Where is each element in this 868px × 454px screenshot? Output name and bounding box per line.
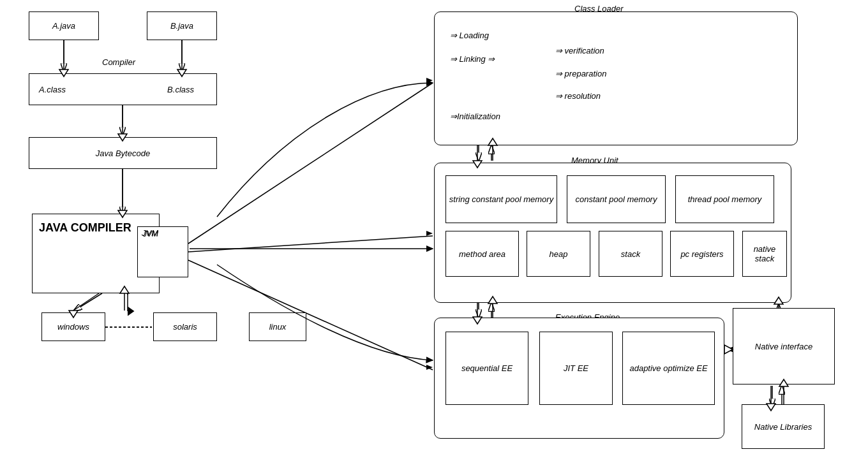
svg-line-11: [188, 260, 433, 370]
b-class-label: B.class: [167, 85, 194, 94]
b-java-label: B.java: [170, 21, 193, 31]
initialization-label: ⇒Initialization: [450, 112, 500, 121]
ab-class-box: A.class B.class: [29, 73, 217, 105]
java-compiler-label: JAVA COMPILER: [39, 221, 131, 235]
verification-label: ⇒ verification: [555, 46, 604, 55]
method-area-box: method area: [445, 231, 519, 277]
resolution-label: ⇒ resolution: [555, 91, 601, 101]
svg-line-55: [73, 293, 99, 311]
svg-marker-40: [724, 345, 733, 354]
svg-marker-13: [426, 231, 433, 236]
jit-ee-label: JIT EE: [564, 363, 588, 373]
compiler-label: Compiler: [102, 57, 135, 67]
thread-pool-label: thread pool memory: [688, 194, 762, 204]
windows-box: windows: [41, 312, 105, 341]
adaptive-ee-box: adaptive optimize EE: [622, 332, 715, 405]
native-libraries-box: Native Libraries: [742, 404, 825, 449]
solaris-label: solaris: [173, 322, 197, 332]
native-libraries-label: Native Libraries: [754, 422, 812, 432]
jvm-box: JVM: [137, 226, 188, 277]
native-interface-label: Native interface: [755, 342, 812, 351]
svg-marker-21: [725, 347, 733, 352]
const-pool-box: constant pool memory: [567, 175, 666, 223]
java-bytecode-label: Java Bytecode: [96, 149, 150, 158]
method-area-label: method area: [459, 249, 505, 259]
svg-marker-12: [426, 78, 433, 83]
sequential-ee-label: sequential EE: [461, 363, 513, 373]
string-const-pool-box: string constant pool memory: [445, 175, 557, 223]
linux-label: linux: [269, 322, 287, 332]
a-java-label: A.java: [52, 21, 75, 31]
string-const-pool-label: string constant pool memory: [449, 194, 553, 204]
native-interface-box: Native interface: [733, 308, 835, 384]
java-bytecode-box: Java Bytecode: [29, 137, 217, 169]
thread-pool-box: thread pool memory: [675, 175, 774, 223]
b-java-box: B.java: [147, 11, 217, 40]
heap-label: heap: [550, 249, 568, 259]
linking-label: ⇒ Linking ⇒: [450, 54, 495, 64]
heap-box: heap: [527, 231, 590, 277]
adaptive-ee-label: adaptive optimize EE: [629, 363, 707, 373]
pc-registers-box: pc registers: [670, 231, 734, 277]
solaris-box: solaris: [153, 312, 217, 341]
native-stack-box: native stack: [742, 231, 787, 277]
preparation-label: ⇒ preparation: [555, 69, 606, 78]
jvm-label: JVM: [143, 230, 158, 238]
svg-line-9: [188, 83, 433, 244]
a-java-box: A.java: [29, 11, 99, 40]
linux-box: linux: [249, 312, 306, 341]
svg-line-25: [73, 293, 102, 311]
windows-label: windows: [57, 322, 89, 332]
native-stack-label: native stack: [745, 244, 784, 263]
pc-registers-label: pc registers: [680, 249, 723, 259]
stack-label: stack: [621, 249, 640, 259]
svg-marker-14: [426, 365, 433, 370]
jit-ee-box: JIT EE: [539, 332, 613, 405]
a-class-label: A.class: [39, 85, 66, 94]
stack-box: stack: [599, 231, 662, 277]
loading-label: ⇒ Loading: [450, 31, 489, 40]
const-pool-label: constant pool memory: [576, 194, 657, 204]
sequential-ee-box: sequential EE: [445, 332, 528, 405]
svg-line-10: [188, 236, 433, 252]
